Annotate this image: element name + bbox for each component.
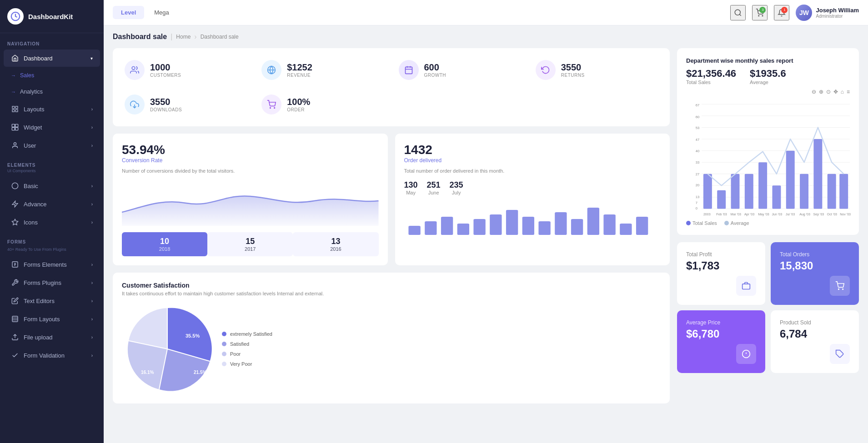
topbar-tabs: Level Mega — [113, 6, 177, 19]
sidebar-item-basic[interactable]: Basic › — [4, 177, 100, 194]
forms-el-icon — [11, 260, 19, 269]
sidebar: DashboardKit NAVIGATION Dashboard ▾ Sale… — [0, 0, 104, 443]
svg-point-33 — [270, 108, 271, 109]
legend-poor: Poor — [222, 351, 272, 357]
menu-chart-icon[interactable]: ≡ — [847, 89, 850, 95]
svg-marker-11 — [12, 201, 18, 207]
svg-text:40: 40 — [696, 149, 699, 153]
downloads-value: 3550 — [150, 97, 182, 107]
year-2017-num: 15 — [210, 237, 290, 246]
growth-value: 600 — [424, 62, 447, 73]
svg-point-34 — [274, 108, 275, 109]
svg-text:27: 27 — [696, 172, 699, 176]
svg-point-24 — [763, 15, 763, 16]
sidebar-item-form-layouts[interactable]: Form Layouts › — [4, 310, 100, 328]
elements-label: ELEMENTS — [0, 154, 104, 169]
june-label: June — [428, 190, 439, 195]
widget-label: Widget — [24, 124, 42, 131]
svg-rect-37 — [441, 217, 452, 235]
cart-button[interactable]: 3 — [752, 5, 768, 20]
home-icon — [11, 54, 19, 62]
product-sold-label: Product Sold — [780, 319, 850, 326]
sales-chart-title: Department wise monthly sales report — [686, 57, 850, 64]
sidebar-item-form-validation[interactable]: Form Validation › — [4, 347, 100, 364]
svg-text:67: 67 — [696, 103, 699, 107]
conversion-card: 53.94% Conversion Rate Number of convers… — [113, 134, 388, 265]
svg-rect-35 — [408, 226, 420, 235]
sidebar-item-text-editors[interactable]: Text Editors › — [4, 292, 100, 309]
svg-rect-40 — [490, 214, 502, 235]
user-icon — [11, 141, 19, 149]
sidebar-item-analytics[interactable]: Analytics — [4, 84, 100, 100]
sidebar-item-forms-elements[interactable]: Forms Elements › — [4, 256, 100, 273]
year-2017-label: 2017 — [210, 246, 290, 252]
legend-average-dot — [724, 221, 729, 225]
may-value: 130 — [404, 180, 418, 190]
legend-dot-4 — [222, 362, 226, 366]
legend-label-2: Satisfied — [230, 341, 249, 347]
forms-plugins-label: Forms Plugins — [24, 279, 61, 286]
year-badge-2017[interactable]: 15 2017 — [207, 232, 293, 256]
total-orders-label: Total Orders — [780, 251, 850, 258]
returns-label: RETURNS — [561, 73, 585, 78]
home-chart-icon[interactable]: ⌂ — [841, 89, 844, 95]
breadcrumb-home[interactable]: Home — [176, 34, 191, 40]
year-badge-2016[interactable]: 13 2016 — [293, 232, 378, 256]
svg-text:Jun '03: Jun '03 — [772, 213, 783, 216]
svg-point-21 — [735, 10, 741, 15]
page-title: Dashboard sale — [113, 33, 167, 41]
svg-rect-84 — [786, 151, 795, 209]
pan-icon[interactable]: ✥ — [833, 89, 838, 95]
zoom-in-icon[interactable]: ⊕ — [819, 89, 823, 95]
main-grid: 1000 CUSTOMERS $1252 REVENUE — [113, 48, 859, 403]
sidebar-item-user[interactable]: User › — [4, 137, 100, 154]
pie-legend: extremely Satisfied Satisfied Poor — [222, 331, 272, 367]
year-badge-2018[interactable]: 10 2018 — [122, 232, 207, 256]
revenue-value: $1252 — [287, 62, 312, 73]
tab-level[interactable]: Level — [113, 6, 144, 19]
svg-rect-80 — [731, 174, 740, 209]
svg-rect-38 — [457, 224, 469, 235]
basic-icon — [11, 182, 19, 190]
order-label: ORDER — [287, 107, 310, 112]
svg-rect-28 — [405, 67, 412, 74]
tab-mega[interactable]: Mega — [146, 6, 177, 19]
topbar-right: 3 1 JW Joseph William Administrator — [730, 5, 859, 21]
dashboard-label: Dashboard — [24, 55, 53, 62]
july-label: July — [452, 190, 461, 195]
svg-rect-2 — [15, 106, 18, 109]
breadcrumb-separator: | — [171, 33, 172, 41]
conversion-chart — [122, 180, 379, 226]
logo[interactable]: DashboardKit — [0, 0, 104, 33]
sidebar-item-forms-plugins[interactable]: Forms Plugins › — [4, 274, 100, 291]
layouts-icon — [11, 105, 19, 113]
zoom-out-icon[interactable]: ⊖ — [812, 89, 816, 95]
svg-text:Sep '03: Sep '03 — [813, 213, 824, 216]
form-val-icon — [11, 351, 19, 359]
sidebar-item-layouts[interactable]: Layouts › — [4, 100, 100, 118]
svg-rect-17 — [12, 316, 18, 322]
order-icon — [261, 95, 281, 114]
sidebar-item-icons[interactable]: Icons › — [4, 214, 100, 231]
sidebar-item-advance[interactable]: Advance › — [4, 195, 100, 213]
stat-revenue: $1252 REVENUE — [257, 55, 388, 85]
zoom-actual-icon[interactable]: ⊙ — [826, 89, 831, 95]
widget-icon — [11, 123, 19, 131]
svg-rect-88 — [839, 174, 848, 209]
customers-text: 1000 CUSTOMERS — [150, 62, 181, 78]
sidebar-item-dashboard[interactable]: Dashboard ▾ — [4, 50, 100, 67]
notification-button[interactable]: 1 — [774, 5, 789, 20]
text-editors-label: Text Editors — [24, 298, 55, 304]
text-ed-icon — [11, 297, 19, 305]
sidebar-item-sales[interactable]: Sales — [4, 68, 100, 83]
svg-point-9 — [14, 143, 16, 145]
sidebar-item-file-upload[interactable]: File upload › — [4, 329, 100, 346]
svg-text:Feb '03: Feb '03 — [716, 213, 727, 216]
icons-arrow: › — [91, 220, 93, 225]
total-orders-value: 15,830 — [780, 259, 850, 272]
year-2018-label: 2018 — [125, 246, 205, 252]
sidebar-item-widget[interactable]: Widget › — [4, 119, 100, 136]
search-button[interactable] — [730, 5, 746, 20]
user-profile[interactable]: JW Joseph William Administrator — [796, 5, 859, 21]
icons-icon — [11, 218, 19, 226]
